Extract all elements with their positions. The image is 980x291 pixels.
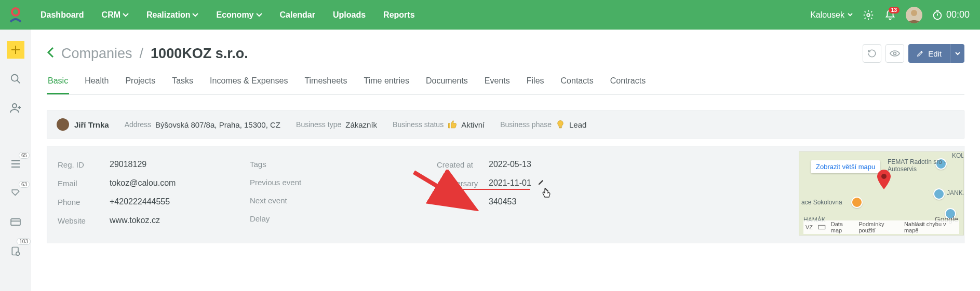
bell-icon[interactable]: 13 [884, 9, 896, 21]
back-button[interactable] [47, 47, 54, 60]
thumb-up-icon [448, 120, 457, 129]
row-delay: Delay [250, 214, 437, 223]
tab-contacts[interactable]: Contacts [560, 76, 595, 94]
row-phone: Phone+420222444555 [58, 197, 250, 206]
row-next-event: Next event [250, 196, 437, 205]
map-label: FEMAT Radotín sro - Autoservis [888, 158, 963, 173]
row-created-at: Created at2022-05-13 [437, 160, 624, 169]
row-email: Emailtokoz@calou.com [58, 178, 250, 188]
svg-point-8 [16, 252, 20, 256]
tab-events[interactable]: Events [484, 76, 511, 94]
tab-health[interactable]: Health [84, 76, 110, 94]
owner-name: Jiří Trnka [74, 120, 109, 129]
map-expand-link[interactable]: Zobrazit větší mapu [811, 160, 880, 173]
nav-uploads[interactable]: Uploads [333, 10, 366, 20]
edit-button[interactable]: Edit [908, 44, 950, 63]
attach-icon[interactable]: 103 [7, 242, 24, 260]
row-website: Websitewww.tokoz.cz [58, 216, 250, 225]
row-tags: Tags [250, 160, 437, 169]
map-label: KOL [952, 152, 964, 159]
tab-projects[interactable]: Projects [124, 76, 156, 94]
row-id: ID340453 [437, 197, 624, 206]
tab-tasks[interactable]: Tasks [171, 76, 194, 94]
svg-rect-11 [818, 225, 825, 229]
tab-basic[interactable]: Basic [47, 76, 69, 94]
list-icon[interactable]: 65 [7, 155, 24, 173]
business-type-field: Business type Zákazník [296, 120, 377, 129]
timer[interactable]: 00:00 [932, 9, 970, 21]
add-button[interactable] [7, 41, 24, 59]
svg-point-4 [11, 75, 18, 81]
chevron-down-icon [192, 13, 198, 17]
svg-point-5 [12, 104, 17, 108]
breadcrumb-parent[interactable]: Companies [61, 46, 132, 62]
app-logo[interactable] [0, 7, 31, 23]
nav-realization[interactable]: Realization [146, 10, 198, 20]
stopwatch-icon [932, 9, 943, 21]
settings-icon[interactable] [862, 9, 875, 21]
svg-point-2 [911, 10, 917, 16]
svg-point-9 [894, 52, 896, 55]
tab-documents[interactable]: Documents [425, 76, 469, 94]
nav-crm[interactable]: CRM [102, 10, 129, 20]
keyboard-icon [818, 225, 826, 230]
nav-economy[interactable]: Economy [216, 10, 262, 20]
address-field: Address Býšovská 807/8a, Praha, 15300, C… [125, 120, 280, 129]
edit-anniversary-icon[interactable] [538, 178, 545, 188]
svg-point-1 [867, 13, 870, 17]
tabs: Basic Health Projects Tasks Incomes & Ex… [47, 76, 964, 95]
tab-contracts[interactable]: Contracts [609, 76, 647, 94]
owner-avatar [57, 118, 69, 131]
svg-point-0 [12, 8, 19, 16]
tab-time-entries[interactable]: Time entries [363, 76, 410, 94]
notif-badge: 13 [889, 7, 900, 13]
breadcrumb-current: 1000KOZ s.r.o. [151, 46, 248, 62]
svg-point-3 [934, 11, 942, 19]
business-phase-field: Business phase Lead [500, 120, 586, 129]
info-strip: Jiří Trnka Address Býšovská 807/8a, Prah… [47, 110, 964, 138]
tab-files[interactable]: Files [526, 76, 545, 94]
chevron-down-icon [123, 13, 129, 17]
user-menu[interactable]: Kalousek [810, 10, 853, 20]
nav-reports[interactable]: Reports [383, 10, 414, 20]
row-regid: Reg. ID29018129 [58, 160, 250, 169]
map-label: ace Sokolovna [801, 199, 842, 206]
business-status-field: Business status Aktivní [393, 120, 485, 129]
nav-dashboard[interactable]: Dashboard [41, 10, 84, 20]
chevron-down-icon [256, 13, 262, 17]
highlight-underline [437, 189, 530, 190]
tab-timesheets[interactable]: Timesheets [303, 76, 348, 94]
inbox-badge: 63 [19, 181, 30, 188]
pencil-icon [917, 50, 924, 57]
svg-point-10 [881, 174, 887, 179]
history-button[interactable] [863, 44, 881, 63]
add-user-icon[interactable] [7, 99, 24, 117]
map[interactable]: Zobrazit větší mapu FEMAT Radotín sro - … [799, 151, 964, 235]
cursor-icon [542, 188, 551, 197]
map-poi-icon [933, 188, 945, 200]
map-poi-icon [851, 197, 863, 208]
attach-badge: 103 [17, 238, 31, 245]
list-badge: 65 [19, 152, 30, 159]
bulb-icon [556, 120, 565, 129]
avatar[interactable] [906, 7, 922, 23]
chevron-down-icon [848, 13, 853, 17]
detail-panel: Reg. ID29018129 Emailtokoz@calou.com Pho… [47, 146, 964, 243]
row-anniversary: Anniversary 2021-11-01 [437, 178, 624, 188]
card-icon[interactable] [7, 213, 24, 231]
owner[interactable]: Jiří Trnka [57, 118, 109, 131]
map-label: JANKA [947, 189, 964, 197]
svg-rect-6 [11, 219, 20, 225]
row-prev-event: Previous event [250, 178, 437, 187]
nav-calendar[interactable]: Calendar [280, 10, 315, 20]
breadcrumb: Companies / 1000KOZ s.r.o. [61, 46, 248, 62]
map-footer: VZ Data map Podmínky použití Nahlásit ch… [803, 220, 959, 234]
watch-button[interactable] [885, 44, 904, 63]
chevron-down-icon [955, 52, 960, 56]
tab-incomes-expenses[interactable]: Incomes & Expenses [209, 76, 289, 94]
inbox-icon[interactable]: 63 [7, 184, 24, 202]
user-name: Kalousek [810, 10, 844, 20]
search-icon[interactable] [7, 70, 24, 88]
edit-dropdown[interactable] [950, 44, 964, 63]
timer-value: 00:00 [946, 9, 970, 20]
